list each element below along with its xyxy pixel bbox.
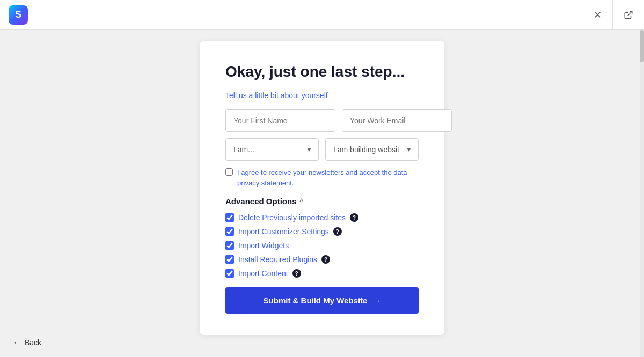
import-content-label[interactable]: Import Content: [238, 269, 288, 278]
divider: [612, 0, 613, 30]
install-plugins-help-icon[interactable]: ?: [321, 255, 330, 264]
top-bar-right: ✕: [591, 0, 635, 30]
import-widgets-checkbox[interactable]: [225, 241, 234, 250]
first-name-input[interactable]: [225, 109, 335, 132]
i-am-select-wrapper: I am... Developer Designer Business Owne…: [225, 138, 319, 161]
work-email-input[interactable]: [342, 109, 452, 132]
close-button[interactable]: ✕: [591, 7, 604, 23]
delete-sites-checkbox[interactable]: [225, 213, 234, 222]
submit-arrow-icon: →: [372, 296, 380, 305]
back-button[interactable]: ← Back: [13, 338, 41, 347]
advanced-items-list: Delete Previously imported sites ? Impor…: [225, 213, 419, 278]
card-subtitle: Tell us a little bit about yourself: [225, 91, 419, 100]
newsletter-label[interactable]: I agree to receive your newsletters and …: [237, 167, 419, 188]
advanced-options-header[interactable]: Advanced Options ^: [225, 197, 419, 206]
advanced-item-delete-sites: Delete Previously imported sites ?: [225, 213, 419, 222]
top-bar-left: S: [9, 5, 28, 25]
delete-sites-help-icon[interactable]: ?: [350, 213, 358, 222]
top-bar: S ✕: [0, 0, 644, 30]
scrollbar-thumb[interactable]: [640, 30, 644, 62]
install-plugins-checkbox[interactable]: [225, 255, 234, 264]
advanced-options-title: Advanced Options: [225, 197, 297, 206]
newsletter-checkbox[interactable]: [225, 168, 233, 176]
logo-icon: S: [9, 5, 28, 25]
building-for-select[interactable]: I am building website for... Personal Cl…: [325, 138, 419, 161]
name-email-row: [225, 109, 419, 132]
card-title: Okay, just one last step...: [225, 62, 419, 81]
advanced-item-import-content: Import Content ?: [225, 269, 419, 278]
scrollbar-track: [640, 30, 644, 357]
install-plugins-label[interactable]: Install Required Plugins: [238, 255, 317, 264]
import-customizer-help-icon[interactable]: ?: [333, 227, 342, 236]
chevron-up-icon: ^: [300, 197, 304, 206]
main-content: Okay, just one last step... Tell us a li…: [0, 30, 644, 357]
external-link-button[interactable]: [621, 8, 635, 22]
advanced-item-import-widgets: Import Widgets: [225, 241, 419, 250]
import-content-help-icon[interactable]: ?: [292, 269, 301, 278]
import-widgets-label[interactable]: Import Widgets: [238, 241, 289, 250]
i-am-select[interactable]: I am... Developer Designer Business Owne…: [225, 138, 319, 161]
import-customizer-label[interactable]: Import Customizer Settings: [238, 227, 329, 236]
import-customizer-checkbox[interactable]: [225, 227, 234, 236]
submit-button[interactable]: Submit & Build My Website →: [225, 287, 419, 314]
dropdowns-row: I am... Developer Designer Business Owne…: [225, 138, 419, 161]
delete-sites-label[interactable]: Delete Previously imported sites: [238, 213, 346, 222]
advanced-item-install-plugins: Install Required Plugins ?: [225, 255, 419, 264]
advanced-item-import-customizer: Import Customizer Settings ?: [225, 227, 419, 236]
submit-label: Submit & Build My Website: [264, 296, 368, 305]
back-label: Back: [25, 338, 41, 347]
back-arrow-icon: ←: [13, 338, 21, 347]
import-content-checkbox[interactable]: [225, 269, 234, 278]
building-for-select-wrapper: I am building website for... Personal Cl…: [325, 138, 419, 161]
form-card: Okay, just one last step... Tell us a li…: [200, 41, 444, 335]
svg-line-0: [628, 11, 632, 16]
newsletter-checkbox-row: I agree to receive your newsletters and …: [225, 167, 419, 188]
